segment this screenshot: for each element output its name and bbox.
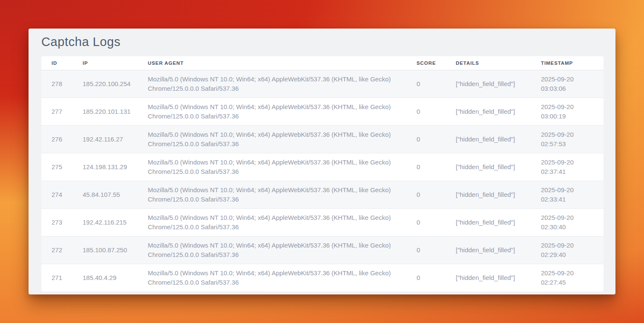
- cell-score: 0: [406, 98, 446, 126]
- cell-details: ["hidden_field_filled"]: [446, 126, 531, 153]
- column-header-timestamp: TIMESTAMP: [531, 56, 604, 70]
- cell-id: 271: [41, 264, 72, 292]
- column-header-user-agent: USER AGENT: [138, 56, 406, 70]
- cell-user-agent: Mozilla/5.0 (Windows NT 10.0; Win64; x64…: [138, 236, 406, 264]
- cell-ip: 185.40.4.29: [72, 264, 138, 292]
- page-title: Captcha Logs: [41, 35, 615, 49]
- cell-ip: 185.220.101.131: [72, 98, 138, 126]
- cell-score: 0: [406, 153, 446, 181]
- table-row: 272 185.100.87.250 Mozilla/5.0 (Windows …: [41, 236, 604, 264]
- table-row: 277 185.220.101.131 Mozilla/5.0 (Windows…: [41, 98, 604, 126]
- cell-score: 0: [406, 264, 446, 292]
- cell-ip: 124.198.131.29: [72, 153, 138, 181]
- cell-ip: 45.84.107.55: [72, 181, 138, 209]
- cell-ip: 185.220.100.254: [72, 70, 138, 98]
- table-row: 276 192.42.116.27 Mozilla/5.0 (Windows N…: [41, 126, 604, 153]
- cell-id: 273: [41, 209, 72, 236]
- column-header-id: ID: [41, 56, 72, 70]
- cell-user-agent: Mozilla/5.0 (Windows NT 10.0; Win64; x64…: [138, 126, 406, 153]
- cell-user-agent: Mozilla/5.0 (Windows NT 10.0; Win64; x64…: [138, 181, 406, 209]
- cell-user-agent: Mozilla/5.0 (Windows NT 10.0; Win64; x64…: [138, 264, 406, 292]
- table-row: 274 45.84.107.55 Mozilla/5.0 (Windows NT…: [41, 181, 604, 209]
- cell-user-agent: Mozilla/5.0 (Windows NT 10.0; Win64; x64…: [138, 153, 406, 181]
- cell-score: 0: [406, 209, 446, 236]
- cell-score: 0: [406, 70, 446, 98]
- logs-table: ID IP USER AGENT SCORE DETAILS TIMESTAMP…: [41, 56, 604, 291]
- cell-details: ["hidden_field_filled"]: [446, 181, 531, 209]
- cell-ip: 185.100.87.250: [72, 236, 138, 264]
- cell-details: ["hidden_field_filled"]: [446, 153, 531, 181]
- cell-timestamp: 2025-09-20 03:00:19: [531, 98, 604, 126]
- cell-ip: 192.42.116.215: [72, 209, 138, 236]
- cell-score: 0: [406, 181, 446, 209]
- cell-id: 276: [41, 126, 72, 153]
- table-row: 278 185.220.100.254 Mozilla/5.0 (Windows…: [41, 70, 604, 98]
- cell-user-agent: Mozilla/5.0 (Windows NT 10.0; Win64; x64…: [138, 98, 406, 126]
- cell-id: 274: [41, 181, 72, 209]
- cell-timestamp: 2025-09-20 02:30:40: [531, 209, 604, 236]
- cell-details: ["hidden_field_filled"]: [446, 209, 531, 236]
- cell-details: ["hidden_field_filled"]: [446, 236, 531, 264]
- cell-timestamp: 2025-09-20 02:37:41: [531, 153, 604, 181]
- cell-id: 277: [41, 98, 72, 126]
- cell-score: 0: [406, 126, 446, 153]
- cell-timestamp: 2025-09-20 02:27:45: [531, 264, 604, 292]
- cell-user-agent: Mozilla/5.0 (Windows NT 10.0; Win64; x64…: [138, 209, 406, 236]
- cell-id: 275: [41, 153, 72, 181]
- table-header-row: ID IP USER AGENT SCORE DETAILS TIMESTAMP: [41, 56, 604, 70]
- cell-details: ["hidden_field_filled"]: [446, 98, 531, 126]
- cell-details: ["hidden_field_filled"]: [446, 70, 531, 98]
- cell-timestamp: 2025-09-20 02:33:41: [531, 181, 604, 209]
- table-row: 275 124.198.131.29 Mozilla/5.0 (Windows …: [41, 153, 604, 181]
- table-row: 273 192.42.116.215 Mozilla/5.0 (Windows …: [41, 209, 604, 236]
- cell-score: 0: [406, 236, 446, 264]
- table-row: 271 185.40.4.29 Mozilla/5.0 (Windows NT …: [41, 264, 604, 292]
- column-header-details: DETAILS: [446, 56, 531, 70]
- logs-table-container: ID IP USER AGENT SCORE DETAILS TIMESTAMP…: [41, 56, 604, 291]
- column-header-score: SCORE: [406, 56, 446, 70]
- cell-id: 278: [41, 70, 72, 98]
- captcha-logs-card: Captcha Logs ID IP USER AGENT SCORE DETA…: [29, 29, 615, 294]
- column-header-ip: IP: [72, 56, 138, 70]
- cell-details: ["hidden_field_filled"]: [446, 264, 531, 292]
- cell-id: 272: [41, 236, 72, 264]
- cell-timestamp: 2025-09-20 02:29:40: [531, 236, 604, 264]
- cell-timestamp: 2025-09-20 03:03:06: [531, 70, 604, 98]
- cell-ip: 192.42.116.27: [72, 126, 138, 153]
- cell-timestamp: 2025-09-20 02:57:53: [531, 126, 604, 153]
- cell-user-agent: Mozilla/5.0 (Windows NT 10.0; Win64; x64…: [138, 70, 406, 98]
